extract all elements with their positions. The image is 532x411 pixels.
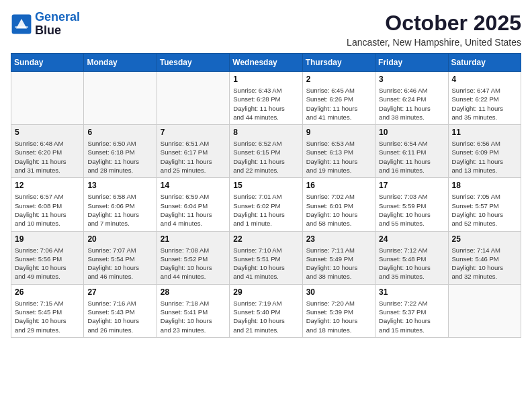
day-cell: 19Sunrise: 7:06 AM Sunset: 5:56 PM Dayli…: [11, 231, 84, 284]
day-cell: 10Sunrise: 6:54 AM Sunset: 6:11 PM Dayli…: [375, 125, 448, 178]
day-number: 26: [15, 287, 80, 297]
day-cell: 26Sunrise: 7:15 AM Sunset: 5:45 PM Dayli…: [11, 284, 84, 337]
day-number: 8: [233, 128, 298, 137]
day-cell: [448, 284, 521, 337]
day-info: Sunrise: 6:51 AM Sunset: 6:17 PM Dayligh…: [161, 139, 226, 175]
day-cell: 5Sunrise: 6:48 AM Sunset: 6:20 PM Daylig…: [11, 125, 84, 178]
day-number: 14: [161, 181, 226, 190]
day-number: 17: [379, 181, 444, 190]
day-cell: 1Sunrise: 6:43 AM Sunset: 6:28 PM Daylig…: [230, 72, 302, 125]
day-cell: 12Sunrise: 6:57 AM Sunset: 6:08 PM Dayli…: [11, 178, 84, 231]
day-cell: 27Sunrise: 7:16 AM Sunset: 5:43 PM Dayli…: [84, 284, 157, 337]
week-row-1: 1Sunrise: 6:43 AM Sunset: 6:28 PM Daylig…: [11, 72, 521, 125]
day-cell: 4Sunrise: 6:47 AM Sunset: 6:22 PM Daylig…: [448, 72, 521, 125]
day-number: 31: [379, 287, 444, 297]
day-number: 16: [306, 181, 371, 190]
day-number: 9: [306, 128, 371, 137]
day-info: Sunrise: 6:58 AM Sunset: 6:06 PM Dayligh…: [87, 192, 152, 228]
day-cell: 13Sunrise: 6:58 AM Sunset: 6:06 PM Dayli…: [84, 178, 157, 231]
day-info: Sunrise: 7:16 AM Sunset: 5:43 PM Dayligh…: [87, 299, 152, 334]
day-cell: 25Sunrise: 7:14 AM Sunset: 5:46 PM Dayli…: [448, 231, 521, 284]
day-info: Sunrise: 6:46 AM Sunset: 6:24 PM Dayligh…: [379, 86, 444, 122]
day-info: Sunrise: 6:47 AM Sunset: 6:22 PM Dayligh…: [452, 86, 517, 122]
logo-icon: [11, 13, 32, 35]
day-cell: 22Sunrise: 7:10 AM Sunset: 5:51 PM Dayli…: [230, 231, 302, 284]
calendar: SundayMondayTuesdayWednesdayThursdayFrid…: [11, 53, 521, 338]
day-info: Sunrise: 6:56 AM Sunset: 6:09 PM Dayligh…: [452, 139, 517, 175]
svg-rect-2: [15, 26, 28, 28]
day-cell: 24Sunrise: 7:12 AM Sunset: 5:48 PM Dayli…: [375, 231, 448, 284]
day-info: Sunrise: 7:03 AM Sunset: 5:59 PM Dayligh…: [379, 192, 444, 228]
day-number: 25: [452, 234, 517, 244]
day-cell: 6Sunrise: 6:50 AM Sunset: 6:18 PM Daylig…: [84, 125, 157, 178]
day-info: Sunrise: 6:52 AM Sunset: 6:15 PM Dayligh…: [233, 139, 298, 175]
day-number: 12: [15, 181, 80, 190]
day-info: Sunrise: 7:01 AM Sunset: 6:02 PM Dayligh…: [233, 192, 298, 228]
day-cell: 17Sunrise: 7:03 AM Sunset: 5:59 PM Dayli…: [375, 178, 448, 231]
day-number: 5: [15, 128, 80, 137]
day-info: Sunrise: 7:08 AM Sunset: 5:52 PM Dayligh…: [161, 246, 226, 281]
day-number: 1: [233, 75, 298, 84]
day-cell: 18Sunrise: 7:05 AM Sunset: 5:57 PM Dayli…: [448, 178, 521, 231]
day-cell: 7Sunrise: 6:51 AM Sunset: 6:17 PM Daylig…: [157, 125, 229, 178]
day-number: 10: [379, 128, 444, 137]
location: Lancaster, New Hampshire, United States: [347, 37, 521, 48]
day-number: 28: [161, 287, 226, 297]
day-cell: 21Sunrise: 7:08 AM Sunset: 5:52 PM Dayli…: [157, 231, 229, 284]
day-info: Sunrise: 6:57 AM Sunset: 6:08 PM Dayligh…: [15, 192, 80, 228]
day-info: Sunrise: 7:10 AM Sunset: 5:51 PM Dayligh…: [233, 246, 298, 281]
day-cell: 9Sunrise: 6:53 AM Sunset: 6:13 PM Daylig…: [302, 125, 375, 178]
day-number: 19: [15, 234, 80, 244]
day-number: 30: [306, 287, 371, 297]
day-info: Sunrise: 6:50 AM Sunset: 6:18 PM Dayligh…: [87, 139, 152, 175]
day-info: Sunrise: 7:07 AM Sunset: 5:54 PM Dayligh…: [87, 246, 152, 281]
day-info: Sunrise: 7:14 AM Sunset: 5:46 PM Dayligh…: [452, 246, 517, 281]
day-info: Sunrise: 7:18 AM Sunset: 5:41 PM Dayligh…: [161, 299, 226, 334]
day-number: 24: [379, 234, 444, 244]
day-info: Sunrise: 7:15 AM Sunset: 5:45 PM Dayligh…: [15, 299, 80, 334]
day-cell: 15Sunrise: 7:01 AM Sunset: 6:02 PM Dayli…: [230, 178, 302, 231]
day-cell: 23Sunrise: 7:11 AM Sunset: 5:49 PM Dayli…: [302, 231, 375, 284]
day-number: 21: [161, 234, 226, 244]
day-cell: 30Sunrise: 7:20 AM Sunset: 5:39 PM Dayli…: [302, 284, 375, 337]
day-cell: 2Sunrise: 6:45 AM Sunset: 6:26 PM Daylig…: [302, 72, 375, 125]
day-info: Sunrise: 7:20 AM Sunset: 5:39 PM Dayligh…: [306, 299, 371, 334]
weekday-header-sunday: Sunday: [11, 54, 84, 72]
weekday-header-monday: Monday: [84, 54, 157, 72]
day-number: 29: [233, 287, 298, 297]
week-row-5: 26Sunrise: 7:15 AM Sunset: 5:45 PM Dayli…: [11, 284, 521, 337]
day-info: Sunrise: 6:59 AM Sunset: 6:04 PM Dayligh…: [161, 192, 226, 228]
day-info: Sunrise: 6:53 AM Sunset: 6:13 PM Dayligh…: [306, 139, 371, 175]
day-number: 15: [233, 181, 298, 190]
day-cell: [11, 72, 84, 125]
day-info: Sunrise: 7:06 AM Sunset: 5:56 PM Dayligh…: [15, 246, 80, 281]
day-info: Sunrise: 6:48 AM Sunset: 6:20 PM Dayligh…: [15, 139, 80, 175]
weekday-header-row: SundayMondayTuesdayWednesdayThursdayFrid…: [11, 54, 521, 72]
day-number: 4: [452, 75, 517, 84]
day-number: 3: [379, 75, 444, 84]
day-info: Sunrise: 7:02 AM Sunset: 6:01 PM Dayligh…: [306, 192, 371, 228]
title-block: October 2025 Lancaster, New Hampshire, U…: [347, 11, 521, 48]
day-cell: 11Sunrise: 6:56 AM Sunset: 6:09 PM Dayli…: [448, 125, 521, 178]
day-info: Sunrise: 7:11 AM Sunset: 5:49 PM Dayligh…: [306, 246, 371, 281]
day-info: Sunrise: 6:45 AM Sunset: 6:26 PM Dayligh…: [306, 86, 371, 122]
day-cell: [157, 72, 229, 125]
day-cell: 29Sunrise: 7:19 AM Sunset: 5:40 PM Dayli…: [230, 284, 302, 337]
day-cell: 28Sunrise: 7:18 AM Sunset: 5:41 PM Dayli…: [157, 284, 229, 337]
day-info: Sunrise: 7:12 AM Sunset: 5:48 PM Dayligh…: [379, 246, 444, 281]
day-info: Sunrise: 6:54 AM Sunset: 6:11 PM Dayligh…: [379, 139, 444, 175]
day-info: Sunrise: 7:05 AM Sunset: 5:57 PM Dayligh…: [452, 192, 517, 228]
day-cell: 16Sunrise: 7:02 AM Sunset: 6:01 PM Dayli…: [302, 178, 375, 231]
day-number: 2: [306, 75, 371, 84]
weekday-header-wednesday: Wednesday: [230, 54, 302, 72]
day-cell: 31Sunrise: 7:22 AM Sunset: 5:37 PM Dayli…: [375, 284, 448, 337]
logo-line1: General: [35, 10, 80, 24]
logo-text: General Blue: [35, 11, 80, 38]
day-cell: [84, 72, 157, 125]
day-cell: 14Sunrise: 6:59 AM Sunset: 6:04 PM Dayli…: [157, 178, 229, 231]
week-row-4: 19Sunrise: 7:06 AM Sunset: 5:56 PM Dayli…: [11, 231, 521, 284]
day-number: 23: [306, 234, 371, 244]
day-number: 18: [452, 181, 517, 190]
weekday-header-tuesday: Tuesday: [157, 54, 229, 72]
day-cell: 8Sunrise: 6:52 AM Sunset: 6:15 PM Daylig…: [230, 125, 302, 178]
